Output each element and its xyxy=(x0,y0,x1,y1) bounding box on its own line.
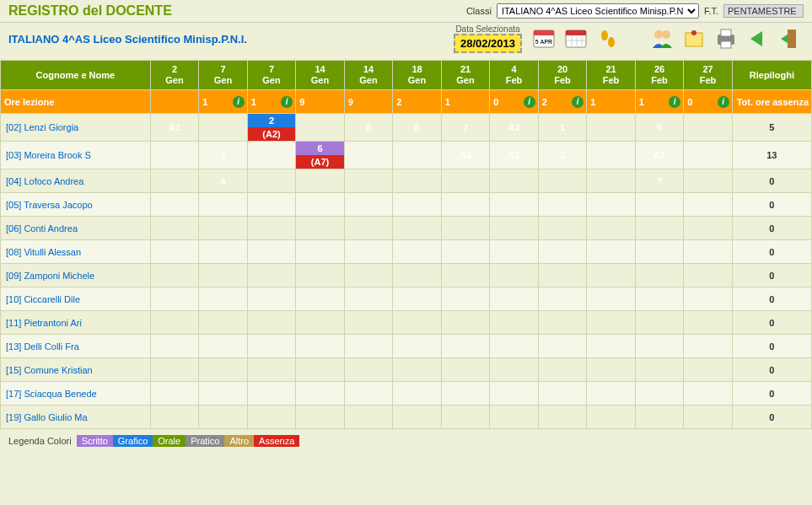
grade-cell[interactable]: A3 xyxy=(441,142,490,169)
grade-cell[interactable] xyxy=(344,169,393,193)
grade-cell[interactable] xyxy=(635,382,684,406)
grade-cell[interactable] xyxy=(635,311,684,335)
grade-cell[interactable] xyxy=(344,358,393,382)
student-name[interactable]: [05] Traversa Jacopo xyxy=(1,193,151,217)
grade-cell[interactable] xyxy=(344,311,393,335)
grade-cell[interactable] xyxy=(296,169,345,193)
grade-cell[interactable] xyxy=(441,358,490,382)
grade-cell[interactable] xyxy=(150,217,199,240)
grade-cell[interactable] xyxy=(296,406,345,429)
grade-cell[interactable] xyxy=(247,217,296,240)
ore-cell[interactable] xyxy=(150,90,199,114)
grade-cell[interactable] xyxy=(635,264,684,287)
col-header-day[interactable]: 18Gen xyxy=(393,61,442,90)
grade-cell[interactable] xyxy=(199,193,248,217)
grade-cell[interactable] xyxy=(247,335,296,358)
grade-cell[interactable] xyxy=(247,311,296,335)
grade-cell[interactable] xyxy=(490,193,539,217)
ore-cell[interactable]: 0i xyxy=(684,90,733,114)
info-icon[interactable]: i xyxy=(233,96,245,108)
grade-cell[interactable] xyxy=(247,287,296,311)
grade-cell[interactable] xyxy=(150,335,199,358)
grade-cell[interactable] xyxy=(490,264,539,287)
grade-cell[interactable] xyxy=(587,311,636,335)
info-icon[interactable]: i xyxy=(572,96,583,108)
grade-cell[interactable] xyxy=(490,287,539,311)
grade-cell[interactable] xyxy=(538,358,587,382)
grade-cell[interactable] xyxy=(344,287,393,311)
grade-cell[interactable] xyxy=(199,240,248,264)
grade-cell[interactable] xyxy=(490,169,539,193)
grade-cell[interactable] xyxy=(344,240,393,264)
ore-cell[interactable]: 1 xyxy=(441,90,490,114)
grade-cell[interactable] xyxy=(296,217,345,240)
student-name[interactable]: [04] Lofoco Andrea xyxy=(1,169,151,193)
grade-cell[interactable] xyxy=(587,406,636,429)
printer-icon[interactable] xyxy=(713,25,739,52)
grade-cell[interactable] xyxy=(441,406,490,429)
grade-cell[interactable] xyxy=(538,169,587,193)
grade-cell[interactable] xyxy=(393,358,442,382)
grade-cell[interactable] xyxy=(684,382,733,406)
info-icon[interactable]: i xyxy=(524,96,535,108)
grade-cell[interactable] xyxy=(490,335,539,358)
col-header-day[interactable]: 2Gen xyxy=(150,61,199,90)
grade-cell[interactable] xyxy=(247,193,296,217)
grade-cell[interactable] xyxy=(684,311,733,335)
grade-cell[interactable] xyxy=(247,264,296,287)
info-icon[interactable]: i xyxy=(718,96,729,108)
grade-cell[interactable] xyxy=(150,240,199,264)
grade-cell[interactable] xyxy=(296,193,345,217)
date-value[interactable]: 28/02/2013 xyxy=(454,34,522,53)
grade-cell[interactable] xyxy=(296,311,345,335)
grade-cell[interactable] xyxy=(344,406,393,429)
grade-cell[interactable] xyxy=(635,406,684,429)
grade-cell[interactable] xyxy=(296,335,345,358)
grade-cell[interactable]: 1 xyxy=(538,114,587,142)
col-header-day[interactable]: 14Gen xyxy=(344,61,393,90)
grade-cell[interactable] xyxy=(587,287,636,311)
grade-cell[interactable] xyxy=(538,287,587,311)
grade-cell[interactable] xyxy=(393,217,442,240)
grade-cell[interactable] xyxy=(296,358,345,382)
grade-cell[interactable] xyxy=(587,358,636,382)
grade-cell[interactable] xyxy=(490,311,539,335)
grade-cell[interactable] xyxy=(199,358,248,382)
ore-cell[interactable]: 9 xyxy=(344,90,393,114)
grade-cell[interactable] xyxy=(393,169,442,193)
exit-door-icon[interactable] xyxy=(777,25,804,52)
student-name[interactable]: [13] Delli Colli Fra xyxy=(1,335,151,358)
student-name[interactable]: [08] Vitulli Alessan xyxy=(1,240,151,264)
grade-cell[interactable] xyxy=(635,287,684,311)
grade-cell[interactable] xyxy=(587,335,636,358)
grade-cell[interactable] xyxy=(490,358,539,382)
student-name[interactable]: [09] Zamponi Michele xyxy=(1,264,151,287)
grade-cell[interactable] xyxy=(247,382,296,406)
grade-cell[interactable] xyxy=(150,142,199,169)
grade-cell[interactable] xyxy=(199,114,248,142)
grade-cell[interactable] xyxy=(538,240,587,264)
footsteps-icon[interactable] xyxy=(594,25,621,52)
ore-cell[interactable]: 1 xyxy=(587,90,636,114)
grade-cell[interactable] xyxy=(150,311,199,335)
grade-cell[interactable] xyxy=(684,169,733,193)
grade-cell[interactable]: 6(A7) xyxy=(296,142,345,169)
info-icon[interactable]: i xyxy=(669,96,680,108)
grade-cell[interactable]: 8 xyxy=(393,114,442,142)
grade-cell[interactable]: 5 xyxy=(635,114,684,142)
grade-cell[interactable] xyxy=(344,335,393,358)
grade-cell[interactable] xyxy=(587,114,636,142)
grade-cell[interactable] xyxy=(150,406,199,429)
grade-cell[interactable] xyxy=(199,287,248,311)
student-name[interactable]: [19] Gallo Giulio Ma xyxy=(1,406,151,429)
grade-cell[interactable] xyxy=(393,264,442,287)
grade-cell[interactable]: A1 xyxy=(635,142,684,169)
grade-cell[interactable] xyxy=(150,287,199,311)
col-header-day[interactable]: 27Feb xyxy=(684,61,733,90)
grade-cell[interactable] xyxy=(247,358,296,382)
student-name[interactable]: [02] Lenzi Giorgia xyxy=(1,114,151,142)
grade-cell[interactable] xyxy=(684,240,733,264)
grade-cell[interactable]: 2 xyxy=(441,114,490,142)
grade-cell[interactable] xyxy=(587,240,636,264)
grade-cell[interactable] xyxy=(538,193,587,217)
